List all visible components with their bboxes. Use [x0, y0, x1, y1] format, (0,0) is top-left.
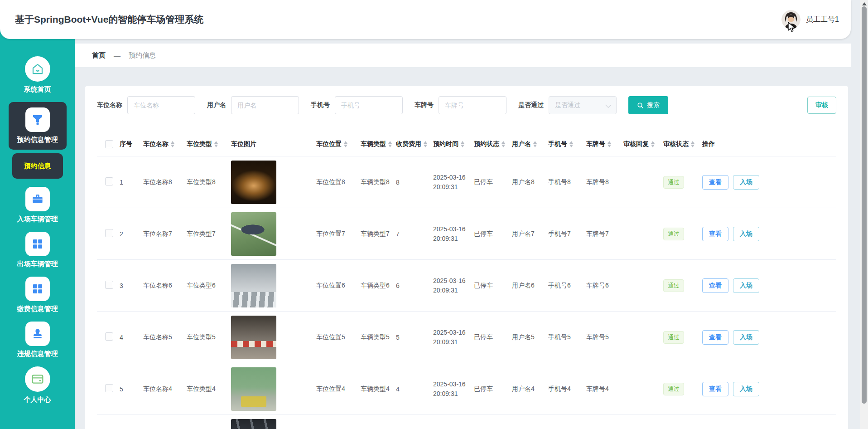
reservation-clock: 20:09:31: [433, 182, 471, 192]
enter-button[interactable]: 入场: [733, 227, 759, 241]
filter-icon: [25, 107, 50, 132]
column-label: 用户名: [512, 140, 531, 148]
filter-input-plate[interactable]: [439, 96, 506, 114]
sort-caret-icon[interactable]: [569, 141, 573, 147]
header-cell-user[interactable]: 用户名: [509, 140, 545, 148]
cell-space_name: 车位名称4: [140, 385, 184, 393]
row-checkbox[interactable]: [105, 281, 113, 289]
audit-button[interactable]: 审核: [807, 97, 836, 114]
avatar[interactable]: [781, 10, 800, 29]
bank-card-icon: [25, 366, 50, 392]
view-button[interactable]: 查看: [702, 278, 728, 293]
header-cell-status[interactable]: 预约状态: [471, 140, 509, 148]
reservation-date: 2025-03-16: [433, 380, 471, 389]
sort-caret-icon[interactable]: [388, 141, 392, 147]
view-button[interactable]: 查看: [702, 227, 728, 241]
cell-plate: 车牌号6: [583, 282, 621, 290]
header-cell-space_type[interactable]: 车位类型: [184, 140, 228, 148]
enter-button[interactable]: 入场: [733, 330, 759, 345]
row-checkbox[interactable]: [105, 332, 113, 341]
sort-caret-icon[interactable]: [424, 141, 427, 147]
filter-select-pass[interactable]: 是否通过: [549, 96, 617, 114]
cell-space_type: 车位类型6: [184, 282, 228, 290]
sidebar-menu: 系统首页预约信息管理预约信息入场车辆管理出场车辆管理缴费信息管理违规信息管理个人…: [0, 0, 75, 404]
cell-user: 用户名8: [509, 178, 545, 186]
sidebar-item-label: 缴费信息管理: [17, 305, 58, 313]
sidebar-item-home[interactable]: 系统首页: [24, 56, 51, 94]
header-cell-time[interactable]: 预约时间: [430, 140, 471, 148]
cell-time: 2025-03-1620:09:31: [430, 173, 471, 192]
header-cell-space_name[interactable]: 车位名称: [140, 140, 184, 148]
parking-photo-underground-garage-aisle[interactable]: [231, 161, 276, 204]
sort-caret-icon[interactable]: [171, 141, 174, 147]
table-row: 1车位名称8车位类型8车位位置8车辆类型882025-03-1620:09:31…: [97, 156, 836, 208]
cell-plate: 车牌号4: [583, 385, 621, 393]
enter-button[interactable]: 入场: [733, 278, 759, 293]
filter-input-phone[interactable]: [335, 96, 403, 114]
sort-caret-icon[interactable]: [344, 141, 347, 147]
scroll-up-arrow-icon[interactable]: [862, 2, 867, 5]
sidebar-subitem-reservation-info[interactable]: 预约信息: [12, 153, 63, 179]
header-cell-plate[interactable]: 车牌号: [583, 140, 621, 148]
select-all-checkbox[interactable]: [105, 140, 113, 148]
header-cell-fee[interactable]: 收费费用: [393, 140, 430, 148]
breadcrumb-separator: —: [114, 52, 121, 59]
enter-button[interactable]: 入场: [733, 382, 759, 396]
sort-caret-icon[interactable]: [214, 141, 218, 147]
column-label: 预约时间: [433, 140, 458, 148]
status-tag-pass: 通过: [663, 228, 684, 240]
table-row: [97, 415, 836, 429]
view-button[interactable]: 查看: [702, 175, 728, 190]
parking-photo-garage-red-barrier[interactable]: [231, 316, 276, 359]
sidebar-item-entry-vehicle-management[interactable]: 入场车辆管理: [17, 187, 58, 224]
parking-photo-garage-ceiling[interactable]: [231, 419, 276, 429]
enter-button[interactable]: 入场: [733, 175, 759, 190]
cell-image: [228, 316, 313, 359]
sort-caret-icon[interactable]: [651, 141, 655, 147]
cell-fee: 7: [393, 230, 430, 238]
header-cell-reply[interactable]: 审核回复: [621, 140, 661, 148]
parking-photo-green-floor-garage[interactable]: [231, 212, 276, 256]
sidebar-item-reservation-management[interactable]: 预约信息管理: [9, 102, 67, 150]
header-cell-audit[interactable]: 审核状态: [661, 140, 699, 148]
cell-image: [228, 419, 313, 429]
sort-caret-icon[interactable]: [691, 141, 694, 147]
parking-photo-street-parking[interactable]: [231, 264, 276, 307]
scrollbar[interactable]: [860, 0, 868, 429]
breadcrumb-home[interactable]: 首页: [92, 51, 106, 60]
cell-location: 车位位置8: [313, 178, 358, 186]
sidebar-item-personal-center[interactable]: 个人中心: [24, 366, 51, 404]
sidebar-item-exit-vehicle-management[interactable]: 出场车辆管理: [17, 232, 58, 268]
sort-caret-icon[interactable]: [533, 141, 537, 147]
cell-audit: 通过: [661, 176, 699, 189]
cell-no: 4: [117, 334, 140, 341]
scrollbar-thumb[interactable]: [862, 6, 867, 404]
sort-caret-icon[interactable]: [608, 141, 611, 147]
header-cell-phone[interactable]: 手机号: [545, 140, 583, 148]
column-label: 车位类型: [187, 140, 212, 148]
view-button[interactable]: 查看: [702, 330, 728, 345]
sidebar-item-label: 预约信息管理: [17, 136, 58, 144]
row-checkbox[interactable]: [105, 384, 113, 392]
sort-caret-icon[interactable]: [502, 141, 505, 147]
filter-input-space_name[interactable]: [127, 96, 195, 114]
sort-caret-icon[interactable]: [461, 141, 464, 147]
header-cell-location[interactable]: 车位位置: [313, 140, 358, 148]
filter-input-user[interactable]: [231, 96, 299, 114]
sidebar-item-payment-management[interactable]: 缴费信息管理: [17, 277, 58, 313]
sidebar-item-violation-management[interactable]: 违规信息管理: [17, 322, 58, 358]
row-checkbox[interactable]: [105, 177, 113, 185]
user-menu[interactable]: 员工工号1: [781, 0, 839, 39]
column-label: 车位名称: [143, 140, 169, 148]
row-checkbox[interactable]: [105, 229, 113, 237]
column-label: 审核回复: [623, 140, 649, 148]
grid-icon: [25, 277, 50, 301]
filter-group-pass: 是否通过是否通过: [518, 96, 617, 114]
status-tag-pass: 通过: [663, 331, 684, 344]
header-cell-vehicle_type[interactable]: 车辆类型: [358, 140, 393, 148]
search-button[interactable]: 搜索: [628, 96, 668, 114]
cell-check: [97, 177, 117, 187]
parking-photo-green-wall-garage[interactable]: [231, 367, 276, 411]
cell-actions: 查看入场: [699, 227, 831, 241]
view-button[interactable]: 查看: [702, 382, 728, 396]
